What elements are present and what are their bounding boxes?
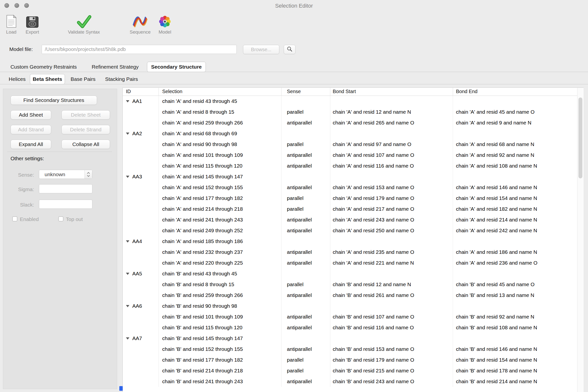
find-secondary-structures-button[interactable]: Find Secondary Structures	[10, 96, 97, 105]
cell-selection: chain 'B' and resid 101 through 109	[159, 312, 282, 322]
cell-id: AA7	[123, 333, 159, 344]
model-label: Model	[153, 30, 177, 35]
tab-refinement-strategy[interactable]: Refinement Strategy	[86, 62, 144, 72]
strand-row[interactable]: chain 'A' and resid 152 through 155 anti…	[123, 182, 578, 193]
strand-row[interactable]: chain 'A' and resid 115 through 120 anti…	[123, 160, 578, 171]
cell-sense: parallel	[282, 204, 330, 214]
column-header-sense[interactable]: Sense	[282, 88, 330, 96]
delete-strand-button[interactable]: Delete Strand	[62, 125, 110, 134]
tab-helices[interactable]: Helices	[3, 74, 31, 84]
browse-button[interactable]: Browse...	[243, 45, 279, 54]
tab-custom-geometry-restraints[interactable]: Custom Geometry Restraints	[4, 62, 84, 72]
strand-row[interactable]: chain 'B' and resid 241 through 243 anti…	[123, 376, 578, 387]
column-header-id[interactable]: ID	[123, 88, 159, 96]
cell-bond-start: chain 'B' and resid 12 and name N	[330, 279, 453, 290]
tab-secondary-structure[interactable]: Secondary Structure	[147, 62, 206, 72]
cell-id	[123, 193, 159, 204]
table-vertical-scrollbar[interactable]	[577, 88, 584, 392]
sense-select[interactable]: unknown	[39, 170, 92, 179]
strand-row[interactable]: chain 'B' and resid 115 through 120 anti…	[123, 322, 578, 333]
cell-bond-start	[330, 128, 453, 139]
cell-bond-start: chain 'A' and resid 235 and name O	[330, 247, 453, 258]
model-file-input[interactable]: /Users/bkpoon/projects/test/5h8k.pdb	[42, 45, 237, 54]
cell-sense: antiparallel	[282, 322, 330, 333]
sigma-input[interactable]	[39, 184, 92, 193]
slack-label: Slack:	[8, 202, 34, 208]
sheet-group-row[interactable]: AA3 chain 'A' and resid 145 through 147	[123, 171, 578, 182]
cell-bond-end: chain 'A' and resid 108 and name N	[453, 160, 578, 171]
disclosure-triangle-icon[interactable]	[126, 337, 129, 340]
strand-row[interactable]: chain 'B' and resid 177 through 182 para…	[123, 354, 578, 365]
add-sheet-button[interactable]: Add Sheet	[10, 110, 51, 120]
strand-row[interactable]: chain 'B' and resid 214 through 218 para…	[123, 365, 578, 376]
cell-bond-end: chain 'B' and resid 154 and name N	[453, 354, 578, 365]
column-header-selection[interactable]: Selection	[159, 88, 282, 96]
strand-row[interactable]: chain 'A' and resid 249 through 252 anti…	[123, 225, 578, 236]
cell-sense: parallel	[282, 279, 330, 290]
cell-bond-start	[330, 171, 453, 182]
cell-selection: chain 'B' and resid 8 through 15	[159, 279, 282, 290]
cell-id	[123, 258, 159, 268]
tab-beta-sheets[interactable]: Beta Sheets	[30, 74, 65, 84]
expand-all-button[interactable]: Expand All	[10, 140, 51, 149]
slack-input[interactable]	[39, 200, 92, 209]
load-button[interactable]: Load	[2, 12, 20, 35]
strand-row[interactable]: chain 'A' and resid 214 through 218 para…	[123, 204, 578, 214]
validate-syntax-button[interactable]: Validate Syntax	[62, 12, 105, 35]
enabled-checkbox[interactable]	[12, 216, 18, 222]
strand-row[interactable]: chain 'B' and resid 8 through 15 paralle…	[123, 279, 578, 290]
stepper-icon[interactable]	[84, 170, 92, 178]
sheet-id: AA1	[132, 96, 142, 106]
cell-selection: chain 'A' and resid 177 through 182	[159, 193, 282, 204]
strand-row[interactable]: chain 'A' and resid 220 through 225 anti…	[123, 258, 578, 268]
cell-sense	[282, 333, 330, 344]
strand-row[interactable]: chain 'A' and resid 90 through 98 parall…	[123, 139, 578, 150]
scrollbar-thumb[interactable]	[578, 98, 582, 178]
cell-sense	[282, 236, 330, 247]
load-document-icon	[2, 12, 20, 28]
sheet-group-row[interactable]: AA6 chain 'B' and resid 90 through 98	[123, 300, 578, 312]
sheet-group-row[interactable]: AA2 chain 'A' and resid 68 through 69	[123, 128, 578, 139]
export-button[interactable]: Export	[22, 12, 43, 35]
disclosure-triangle-icon[interactable]	[126, 273, 129, 275]
cell-id: AA1	[123, 96, 159, 106]
strand-row[interactable]: chain 'A' and resid 101 through 109 anti…	[123, 150, 578, 160]
search-button[interactable]	[284, 45, 296, 54]
disclosure-triangle-icon[interactable]	[126, 176, 129, 178]
cell-bond-end	[453, 333, 578, 344]
column-header-bond-start[interactable]: Bond Start	[330, 88, 453, 96]
sequence-button[interactable]: Sequence	[124, 12, 156, 35]
column-header-bond-end[interactable]: Bond End	[453, 88, 578, 96]
disclosure-triangle-icon[interactable]	[126, 240, 129, 242]
cell-bond-start: chain 'B' and resid 243 and name O	[330, 376, 453, 387]
cell-id	[123, 214, 159, 225]
disclosure-triangle-icon[interactable]	[126, 132, 129, 135]
strand-row[interactable]: chain 'A' and resid 8 through 15 paralle…	[123, 106, 578, 117]
strand-row[interactable]: chain 'A' and resid 241 through 243 anti…	[123, 214, 578, 225]
cell-bond-end: chain 'B' and resid 13 and name N	[453, 290, 578, 300]
add-strand-button[interactable]: Add Strand	[10, 125, 51, 134]
disclosure-triangle-icon[interactable]	[126, 305, 129, 307]
strand-row[interactable]: chain 'A' and resid 177 through 182 para…	[123, 193, 578, 204]
strand-row[interactable]: chain 'B' and resid 101 through 109 anti…	[123, 312, 578, 322]
cell-bond-end	[453, 171, 578, 182]
collapse-all-button[interactable]: Collapse All	[62, 140, 110, 149]
top-out-checkbox[interactable]	[58, 216, 64, 222]
tab-base-pairs[interactable]: Base Pairs	[68, 74, 98, 84]
sheet-group-row[interactable]: AA4 chain 'A' and resid 185 through 186	[123, 236, 578, 247]
sheet-group-row[interactable]: AA7 chain 'B' and resid 145 through 147	[123, 333, 578, 344]
strand-row[interactable]: chain 'B' and resid 152 through 155 anti…	[123, 344, 578, 354]
strand-row[interactable]: chain 'A' and resid 259 through 266 anti…	[123, 117, 578, 128]
cell-bond-start	[330, 268, 453, 279]
delete-sheet-button[interactable]: Delete Sheet	[62, 110, 110, 120]
tab-stacking-pairs[interactable]: Stacking Pairs	[101, 74, 142, 84]
sidebar-divider	[7, 152, 112, 152]
disclosure-triangle-icon[interactable]	[126, 100, 129, 102]
cell-id	[123, 117, 159, 128]
cell-bond-start: chain 'A' and resid 217 and name O	[330, 204, 453, 214]
model-button[interactable]: Model	[153, 12, 177, 35]
strand-row[interactable]: chain 'A' and resid 232 through 237 anti…	[123, 247, 578, 258]
strand-row[interactable]: chain 'B' and resid 259 through 266 anti…	[123, 290, 578, 300]
sheet-group-row[interactable]: AA1 chain 'A' and resid 43 through 45	[123, 96, 578, 106]
sheet-group-row[interactable]: AA5 chain 'B' and resid 43 through 45	[123, 268, 578, 279]
